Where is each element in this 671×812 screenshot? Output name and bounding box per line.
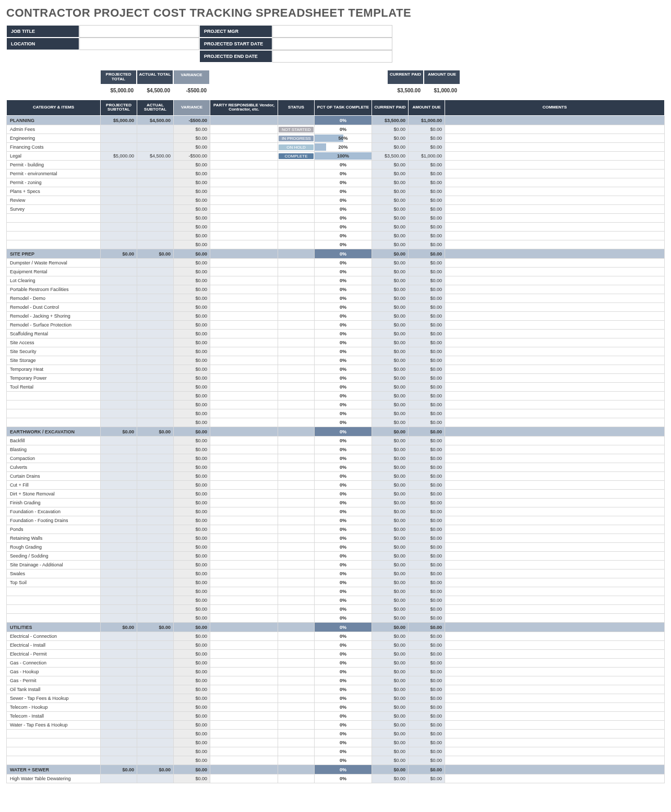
item-actual[interactable] — [137, 668, 174, 676]
item-projected[interactable] — [101, 472, 137, 481]
item-projected[interactable] — [101, 196, 137, 205]
item-name[interactable]: Finish Grading — [7, 499, 101, 507]
item-name[interactable] — [7, 596, 101, 605]
item-status[interactable] — [278, 178, 315, 187]
item-comments[interactable] — [445, 392, 665, 401]
item-paid[interactable]: $0.00 — [372, 738, 409, 747]
item-name[interactable]: Gas - Permit — [7, 676, 101, 685]
item-status[interactable] — [278, 721, 315, 730]
item-projected[interactable] — [101, 774, 137, 783]
item-comments[interactable] — [445, 490, 665, 499]
item-projected[interactable] — [101, 445, 137, 454]
item-status[interactable] — [278, 437, 315, 445]
item-status[interactable] — [278, 205, 315, 214]
item-pct[interactable]: 0% — [315, 721, 372, 730]
item-comments[interactable] — [445, 587, 665, 596]
item-name[interactable]: Oil Tank Install — [7, 685, 101, 694]
item-actual[interactable] — [137, 614, 174, 623]
item-paid[interactable]: $0.00 — [372, 187, 409, 196]
item-projected[interactable] — [101, 525, 137, 534]
item-actual[interactable] — [137, 392, 174, 401]
item-pct[interactable]: 0% — [315, 321, 372, 330]
item-name[interactable] — [7, 401, 101, 409]
item-actual[interactable] — [137, 418, 174, 427]
item-actual[interactable] — [137, 738, 174, 747]
item-comments[interactable] — [445, 268, 665, 276]
item-actual[interactable] — [137, 463, 174, 472]
item-paid[interactable]: $0.00 — [372, 383, 409, 392]
item-comments[interactable] — [445, 240, 665, 249]
input-project-mgr[interactable] — [272, 25, 392, 38]
item-comments[interactable] — [445, 321, 665, 330]
item-paid[interactable]: $0.00 — [372, 516, 409, 525]
item-party[interactable] — [210, 152, 278, 161]
item-name[interactable]: Dumpster / Waste Removal — [7, 259, 101, 268]
item-pct[interactable]: 0% — [315, 499, 372, 507]
item-pct[interactable]: 0% — [315, 730, 372, 738]
item-paid[interactable]: $0.00 — [372, 161, 409, 169]
item-name[interactable] — [7, 730, 101, 738]
item-party[interactable] — [210, 347, 278, 356]
item-status[interactable] — [278, 472, 315, 481]
item-name[interactable] — [7, 614, 101, 623]
item-actual[interactable] — [137, 587, 174, 596]
item-projected[interactable] — [101, 561, 137, 569]
item-actual[interactable] — [137, 481, 174, 490]
item-party[interactable] — [210, 534, 278, 543]
item-status[interactable]: COMPLETE — [278, 152, 315, 161]
item-party[interactable] — [210, 294, 278, 303]
item-comments[interactable] — [445, 650, 665, 659]
item-paid[interactable]: $0.00 — [372, 374, 409, 383]
item-status[interactable]: IN PROGRESS — [278, 134, 315, 143]
item-actual[interactable] — [137, 641, 174, 650]
item-comments[interactable] — [445, 730, 665, 738]
item-actual[interactable] — [137, 578, 174, 587]
item-status[interactable] — [278, 614, 315, 623]
item-name[interactable]: Foundation - Excavation — [7, 507, 101, 516]
item-name[interactable] — [7, 392, 101, 401]
item-status[interactable] — [278, 596, 315, 605]
item-status[interactable] — [278, 561, 315, 569]
item-projected[interactable] — [101, 712, 137, 721]
item-party[interactable] — [210, 490, 278, 499]
item-actual[interactable] — [137, 774, 174, 783]
item-actual[interactable] — [137, 756, 174, 765]
item-paid[interactable]: $0.00 — [372, 712, 409, 721]
item-paid[interactable]: $0.00 — [372, 596, 409, 605]
item-party[interactable] — [210, 525, 278, 534]
item-status[interactable] — [278, 676, 315, 685]
item-projected[interactable] — [101, 668, 137, 676]
item-comments[interactable] — [445, 303, 665, 312]
item-party[interactable] — [210, 543, 278, 552]
item-paid[interactable]: $0.00 — [372, 445, 409, 454]
item-comments[interactable] — [445, 463, 665, 472]
item-actual[interactable] — [137, 525, 174, 534]
item-name[interactable]: Tool Rental — [7, 383, 101, 392]
item-status[interactable] — [278, 490, 315, 499]
item-projected[interactable] — [101, 499, 137, 507]
item-name[interactable]: Permit - environmental — [7, 169, 101, 178]
item-projected[interactable] — [101, 730, 137, 738]
item-status[interactable] — [278, 569, 315, 578]
item-comments[interactable] — [445, 401, 665, 409]
item-pct[interactable]: 0% — [315, 668, 372, 676]
item-status[interactable] — [278, 347, 315, 356]
item-name[interactable]: Remodel - Surface Protection — [7, 321, 101, 330]
item-party[interactable] — [210, 321, 278, 330]
item-party[interactable] — [210, 507, 278, 516]
status-badge[interactable]: COMPLETE — [279, 153, 314, 159]
item-projected[interactable] — [101, 143, 137, 152]
item-name[interactable]: Gas - Hookup — [7, 668, 101, 676]
item-pct[interactable]: 0% — [315, 259, 372, 268]
item-name[interactable]: Plans + Specs — [7, 187, 101, 196]
item-pct[interactable]: 0% — [315, 525, 372, 534]
item-actual[interactable] — [137, 472, 174, 481]
item-party[interactable] — [210, 650, 278, 659]
item-projected[interactable] — [101, 321, 137, 330]
item-pct[interactable]: 0% — [315, 587, 372, 596]
item-name[interactable] — [7, 605, 101, 614]
item-pct[interactable]: 20% — [315, 143, 372, 152]
item-actual[interactable] — [137, 605, 174, 614]
item-party[interactable] — [210, 205, 278, 214]
item-party[interactable] — [210, 659, 278, 668]
